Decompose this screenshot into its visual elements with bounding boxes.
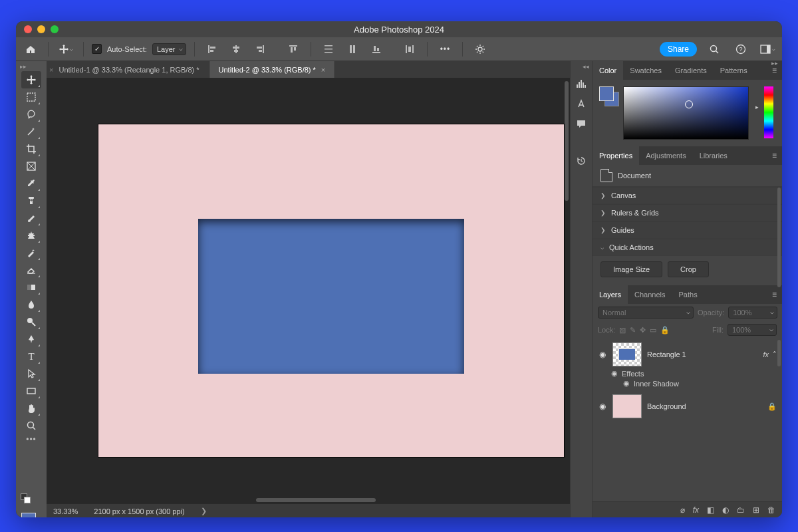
group-icon[interactable]: 🗀 xyxy=(737,505,745,515)
color-field[interactable] xyxy=(623,86,749,140)
workspace-switcher[interactable]: ⌵ xyxy=(758,40,777,59)
tab-gradients[interactable]: Gradients xyxy=(668,61,714,80)
layer-row-rectangle[interactable]: ◉ Rectangle 1 fx˄ xyxy=(593,338,782,370)
type-tool[interactable]: T xyxy=(21,348,41,365)
close-window-button[interactable] xyxy=(24,25,32,33)
effects-visibility-icon[interactable]: ◉ xyxy=(611,369,618,378)
move-tool[interactable] xyxy=(21,71,41,88)
lock-all-icon[interactable]: 🔒 xyxy=(660,326,670,334)
align-center-h-button[interactable] xyxy=(227,40,245,59)
properties-section-canvas[interactable]: ❯Canvas xyxy=(593,187,782,204)
auto-select-checkbox[interactable]: ✓ xyxy=(92,44,102,54)
lock-transparency-icon[interactable]: ▨ xyxy=(619,326,626,334)
image-size-button[interactable]: Image Size xyxy=(600,261,662,277)
tab-color[interactable]: Color xyxy=(593,61,623,80)
layers-scrollbar[interactable] xyxy=(777,340,781,366)
opacity-input[interactable]: 100% xyxy=(728,307,777,319)
hue-strip[interactable] xyxy=(764,86,773,138)
vertical-scrollbar[interactable] xyxy=(565,81,569,201)
properties-section-guides[interactable]: ❯Guides xyxy=(593,221,782,239)
close-tab-icon[interactable]: × xyxy=(49,66,53,74)
brush-tool[interactable] xyxy=(21,209,41,227)
lock-artboard-icon[interactable]: ▭ xyxy=(650,326,656,334)
dodge-tool[interactable] xyxy=(21,313,41,331)
pen-tool[interactable] xyxy=(21,331,41,348)
expand-effects-icon[interactable]: ˄ xyxy=(773,350,777,359)
healing-brush-tool[interactable] xyxy=(21,192,41,209)
transform-settings-button[interactable] xyxy=(471,40,489,59)
panel-swatches[interactable] xyxy=(599,86,618,105)
zoom-tool[interactable] xyxy=(21,417,41,434)
properties-scrollbar[interactable] xyxy=(777,188,781,287)
layer-effect-item[interactable]: ◉ Inner Shadow xyxy=(593,379,782,388)
close-tab-icon[interactable]: × xyxy=(321,66,325,74)
layer-thumbnail[interactable] xyxy=(612,342,642,366)
foreground-color-swatch[interactable] xyxy=(21,513,36,517)
visibility-toggle-icon[interactable]: ◉ xyxy=(598,402,607,411)
layer-name[interactable]: Background xyxy=(647,402,686,410)
clone-stamp-tool[interactable] xyxy=(21,227,41,244)
tab-swatches[interactable]: Swatches xyxy=(623,61,668,80)
layer-style-icon[interactable]: fx xyxy=(693,505,699,515)
path-selection-tool[interactable] xyxy=(21,365,41,382)
distribute-spacing-button[interactable] xyxy=(400,40,419,59)
new-layer-icon[interactable]: ⊞ xyxy=(753,505,759,515)
blend-mode-select[interactable]: Normal xyxy=(598,307,694,319)
help-button[interactable]: ? xyxy=(732,40,750,59)
auto-select-target-select[interactable]: Layer xyxy=(152,43,187,55)
swap-colors-icon[interactable] xyxy=(24,497,31,503)
blur-tool[interactable] xyxy=(21,296,41,313)
rectangle-shape[interactable] xyxy=(198,219,464,374)
eyedropper-tool[interactable] xyxy=(21,175,41,192)
tab-channels[interactable]: Channels xyxy=(628,285,672,304)
gradient-tool[interactable] xyxy=(21,279,41,296)
align-right-button[interactable] xyxy=(251,40,269,59)
document-dimensions[interactable]: 2100 px x 1500 px (300 ppi) xyxy=(94,507,184,515)
crop-button[interactable]: Crop xyxy=(668,261,709,277)
edit-toolbar-button[interactable]: ••• xyxy=(21,434,41,445)
distribute-center-v-button[interactable] xyxy=(343,40,362,59)
history-brush-tool[interactable] xyxy=(21,244,41,261)
tab-paths[interactable]: Paths xyxy=(672,285,704,304)
toolbar-collapse-icon[interactable]: ▸▸ xyxy=(20,63,27,70)
layer-mask-icon[interactable]: ◧ xyxy=(707,505,714,515)
character-panel-icon[interactable] xyxy=(575,98,587,110)
history-panel-icon[interactable] xyxy=(575,155,587,167)
adjustment-layer-icon[interactable]: ◐ xyxy=(722,505,729,515)
histogram-panel-icon[interactable] xyxy=(575,78,587,90)
artboard[interactable] xyxy=(98,124,564,457)
tab-properties[interactable]: Properties xyxy=(593,146,639,165)
home-button[interactable] xyxy=(21,40,40,59)
tab-layers[interactable]: Layers xyxy=(593,285,628,304)
tab-adjustments[interactable]: Adjustments xyxy=(639,146,693,165)
lock-position-icon[interactable]: ✥ xyxy=(640,326,646,334)
frame-tool[interactable] xyxy=(21,158,41,175)
visibility-toggle-icon[interactable]: ◉ xyxy=(598,350,607,359)
layer-name[interactable]: Rectangle 1 xyxy=(647,350,686,358)
effect-visibility-icon[interactable]: ◉ xyxy=(623,379,630,388)
tab-patterns[interactable]: Patterns xyxy=(714,61,754,80)
fill-input[interactable]: 100% xyxy=(728,324,777,336)
comments-panel-icon[interactable] xyxy=(575,118,587,130)
zoom-window-button[interactable] xyxy=(51,25,59,33)
document-tab-1[interactable]: × Untitled-1 @ 33.3% (Rectangle 1, RGB/8… xyxy=(47,61,209,78)
zoom-level[interactable]: 33.33% xyxy=(53,507,78,515)
tab-libraries[interactable]: Libraries xyxy=(693,146,734,165)
more-options-button[interactable]: ••• xyxy=(436,40,454,59)
panel-menu-icon[interactable]: ≡ xyxy=(767,285,782,304)
align-left-button[interactable] xyxy=(203,40,221,59)
layer-row-background[interactable]: ◉ Background 🔒 xyxy=(593,390,782,422)
lock-pixels-icon[interactable]: ✎ xyxy=(630,326,636,334)
properties-section-quick-actions[interactable]: ⌵Quick Actions xyxy=(593,239,782,256)
share-button[interactable]: Share xyxy=(660,42,697,57)
properties-section-rulers[interactable]: ❯Rulers & Grids xyxy=(593,204,782,221)
rectangle-tool[interactable] xyxy=(21,382,41,400)
dock-collapse-icon[interactable]: ◂◂ xyxy=(583,63,589,70)
link-layers-icon[interactable]: ⌀ xyxy=(680,505,685,515)
delete-layer-icon[interactable]: 🗑 xyxy=(767,505,775,515)
magic-wand-tool[interactable] xyxy=(21,123,41,140)
panel-collapse-icon[interactable]: ▸▸ xyxy=(771,60,778,66)
hand-tool[interactable] xyxy=(21,400,41,417)
align-top-button[interactable] xyxy=(284,40,303,59)
distribute-bottom-button[interactable] xyxy=(367,40,386,59)
